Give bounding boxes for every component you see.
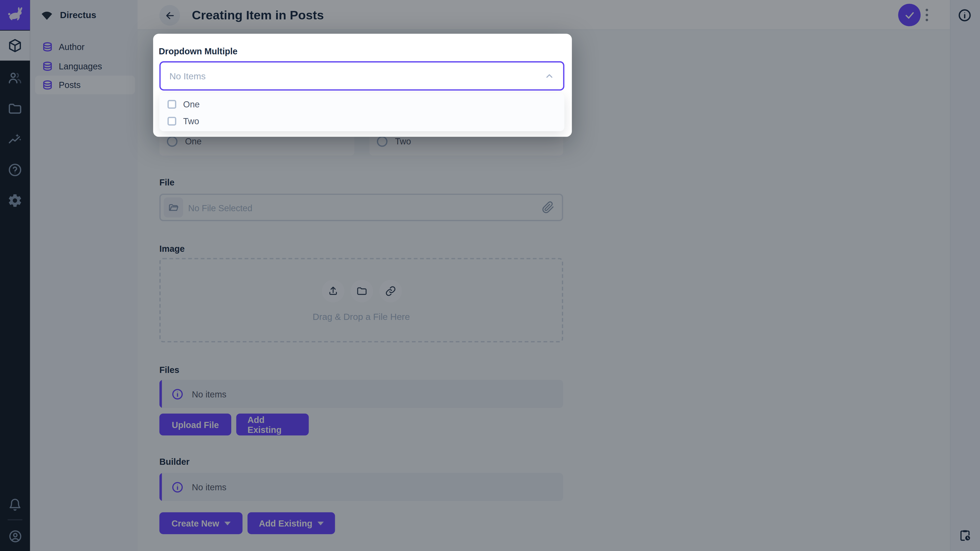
directus-app: Directus Author Languages Posts Creating… — [0, 0, 980, 551]
dropdown-field-label: Dropdown Multiple — [159, 46, 238, 56]
checkbox-icon[interactable] — [167, 117, 176, 125]
option-label: One — [183, 99, 200, 109]
dropdown-menu: One Two — [159, 93, 564, 131]
chevron-up-icon — [544, 71, 554, 81]
checkbox-icon[interactable] — [167, 100, 176, 108]
option-label: Two — [183, 116, 199, 126]
dropdown-option-one[interactable]: One — [159, 96, 564, 113]
dropdown-multiple-input[interactable]: No Items — [159, 61, 564, 91]
dropdown-value: No Items — [169, 71, 544, 81]
dropdown-option-two[interactable]: Two — [159, 113, 564, 129]
